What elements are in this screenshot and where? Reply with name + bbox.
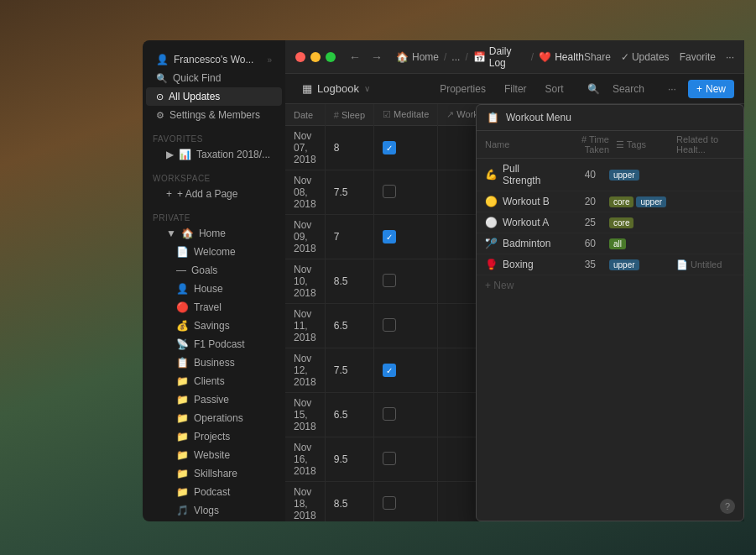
checkmark-icon: ✓ bbox=[621, 51, 629, 63]
goals-icon: — bbox=[176, 264, 186, 276]
welcome-label: Welcome bbox=[194, 246, 236, 258]
sidebar-item-vlogs[interactable]: 🎵 Vlogs bbox=[146, 501, 282, 520]
checkbox-unchecked[interactable] bbox=[383, 407, 396, 421]
checkbox-unchecked[interactable] bbox=[383, 496, 396, 510]
popup-item-name: 🟡 Workout B bbox=[485, 196, 555, 207]
sidebar-item-taxation[interactable]: ▶ 📊 Taxation 2018/... bbox=[146, 145, 282, 164]
vlogs-icon: 🎵 bbox=[176, 505, 189, 516]
cell-meditate bbox=[374, 437, 438, 482]
favorite-button[interactable]: Favorite bbox=[680, 51, 716, 63]
main-window: ← → 🏠 Home / ... / 📅 Daily Log / ❤️ Heal… bbox=[285, 40, 744, 521]
tag-core: core bbox=[609, 196, 633, 207]
updates-button[interactable]: ✓ Updates bbox=[621, 51, 670, 63]
sidebar-item-travel[interactable]: 🔴 Travel bbox=[146, 298, 282, 317]
breadcrumb-ellipsis[interactable]: ... bbox=[451, 51, 460, 63]
breadcrumb-health[interactable]: ❤️ Health bbox=[539, 51, 584, 63]
logbook-button[interactable]: ▦ Logbook ∨ bbox=[295, 79, 377, 98]
forward-button[interactable]: → bbox=[368, 49, 386, 65]
sidebar: 👤 Francesco's Wo... » 🔍 Quick Find ⊙ All… bbox=[143, 40, 285, 521]
sidebar-item-books[interactable]: 📚 Books bbox=[146, 520, 282, 521]
sidebar-item-goals[interactable]: — Goals bbox=[146, 261, 282, 280]
popup-item-time: 40 bbox=[562, 169, 596, 181]
back-button[interactable]: ← bbox=[346, 49, 364, 65]
logbook-label: Logbook bbox=[317, 82, 359, 95]
checkbox-unchecked[interactable] bbox=[383, 452, 396, 465]
cell-date: Nov 16, 2018 bbox=[285, 437, 325, 482]
popup-columns-header: Name # Time Taken ☰ Tags Related to Heal… bbox=[477, 131, 743, 159]
popup-new-button[interactable]: + New bbox=[485, 280, 514, 291]
close-button[interactable] bbox=[295, 52, 305, 62]
cell-meditate bbox=[374, 393, 438, 437]
checkbox-unchecked[interactable] bbox=[383, 274, 396, 287]
sidebar-item-website[interactable]: 📁 Website bbox=[146, 446, 282, 464]
cell-sleep: 6.5 bbox=[325, 304, 373, 348]
search-button[interactable]: 🔍 Search bbox=[577, 81, 654, 97]
share-button[interactable]: Share bbox=[584, 51, 611, 63]
website-label: Website bbox=[194, 449, 230, 461]
sidebar-item-house[interactable]: 👤 House bbox=[146, 280, 282, 298]
checkbox-unchecked[interactable] bbox=[383, 318, 396, 332]
sidebar-item-clients[interactable]: 📁 Clients bbox=[146, 372, 282, 390]
sidebar-item-business[interactable]: 📋 Business bbox=[146, 353, 282, 372]
sidebar-workspace[interactable]: 👤 Francesco's Wo... » bbox=[146, 50, 282, 69]
filter-button[interactable]: Filter bbox=[499, 81, 532, 97]
popup-item-label: Pull Strength bbox=[503, 163, 555, 186]
breadcrumb-home[interactable]: 🏠 Home bbox=[396, 51, 439, 63]
podcast-icon: 📁 bbox=[176, 486, 189, 498]
more-button[interactable]: ··· bbox=[726, 51, 734, 63]
checkbox-checked[interactable]: ✓ bbox=[383, 230, 396, 243]
popup-list-item[interactable]: 🏸 Badminton 60 all bbox=[477, 233, 743, 254]
breadcrumb-dailylog[interactable]: 📅 Daily Log bbox=[473, 45, 526, 69]
sidebar-item-savings[interactable]: 💰 Savings bbox=[146, 317, 282, 335]
checkbox-checked[interactable]: ✓ bbox=[383, 364, 396, 377]
popup-list-item[interactable]: 🟡 Workout B 20 coreupper bbox=[477, 191, 743, 212]
sidebar-quick-find[interactable]: 🔍 Quick Find bbox=[146, 69, 282, 87]
properties-button[interactable]: Properties bbox=[435, 81, 491, 97]
time-col-label: Time Taken bbox=[585, 134, 609, 154]
quick-find-label: Quick Find bbox=[173, 72, 221, 84]
maximize-button[interactable] bbox=[326, 52, 336, 62]
skillshare-label: Skillshare bbox=[194, 468, 237, 479]
sidebar-all-updates[interactable]: ⊙ All Updates bbox=[146, 87, 282, 106]
popup-item-tags: upper bbox=[602, 170, 670, 181]
sidebar-item-home[interactable]: ▼ 🏠 Home bbox=[146, 224, 282, 243]
popup-item-time: 35 bbox=[562, 259, 596, 270]
cell-date: Nov 09, 2018 bbox=[285, 215, 325, 259]
sidebar-add-page[interactable]: + + Add a Page bbox=[146, 185, 282, 203]
cell-meditate: ✓ bbox=[374, 126, 438, 170]
toolbar-actions: Properties Filter Sort 🔍 Search ··· bbox=[435, 81, 681, 97]
favorites-label: FAVORITES bbox=[143, 131, 285, 145]
popup-col-related: Related to Healt... bbox=[676, 134, 735, 154]
popup-item-time: 20 bbox=[562, 196, 596, 207]
sidebar-item-f1podcast[interactable]: 📡 F1 Podcast bbox=[146, 335, 282, 353]
popup-item-time: 25 bbox=[562, 217, 596, 228]
sidebar-top-section: 👤 Francesco's Wo... » 🔍 Quick Find ⊙ All… bbox=[143, 47, 285, 128]
sidebar-item-welcome[interactable]: 📄 Welcome bbox=[146, 243, 282, 261]
popup-list-item[interactable]: 🥊 Boxing 35 upper 📄 Untitled bbox=[477, 254, 743, 275]
sidebar-item-projects[interactable]: 📁 Projects bbox=[146, 427, 282, 446]
search-icon: 🔍 bbox=[156, 73, 168, 84]
sidebar-item-passive[interactable]: 📁 Passive bbox=[146, 390, 282, 409]
popup-list-item[interactable]: ⚪ Workout A 25 core bbox=[477, 212, 743, 233]
help-button[interactable]: ? bbox=[720, 499, 735, 514]
new-button[interactable]: + New bbox=[688, 80, 734, 98]
new-plus-icon: + bbox=[696, 83, 702, 95]
checkbox-unchecked[interactable] bbox=[383, 185, 396, 198]
minimize-button[interactable] bbox=[310, 52, 321, 62]
toolbar-more-button[interactable]: ··· bbox=[663, 81, 681, 97]
checkbox-checked[interactable]: ✓ bbox=[383, 141, 396, 154]
sidebar-item-skillshare[interactable]: 📁 Skillshare bbox=[146, 464, 282, 483]
popup-item-name: ⚪ Workout A bbox=[485, 217, 555, 228]
cell-date: Nov 07, 2018 bbox=[285, 126, 325, 170]
cell-meditate bbox=[374, 170, 438, 215]
cell-sleep: 6.5 bbox=[325, 393, 373, 437]
sort-button[interactable]: Sort bbox=[540, 81, 569, 97]
sidebar-item-operations[interactable]: 📁 Operations bbox=[146, 409, 282, 427]
popup-item-label: Boxing bbox=[503, 259, 534, 270]
sidebar-item-podcast[interactable]: 📁 Podcast bbox=[146, 483, 282, 501]
popup-item-tags: all bbox=[602, 238, 670, 249]
popup-item-tags: core bbox=[602, 217, 670, 228]
sidebar-settings[interactable]: ⚙ Settings & Members bbox=[146, 106, 282, 124]
house-label: House bbox=[194, 283, 223, 295]
popup-list-item[interactable]: 💪 Pull Strength 40 upper bbox=[477, 159, 743, 191]
